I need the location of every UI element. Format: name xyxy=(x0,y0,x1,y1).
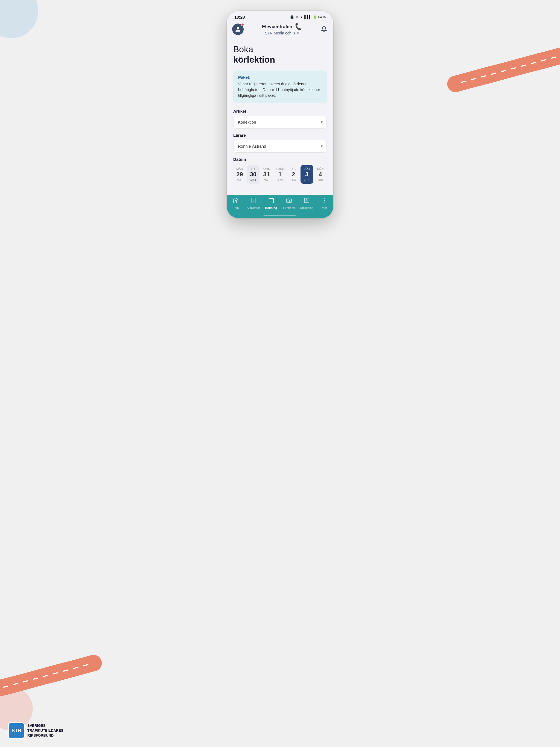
status-icons: 📳 ✳ ▲ ▌▌▌ 🔋 64 % xyxy=(290,15,326,19)
svg-point-0 xyxy=(237,27,239,29)
avatar-container[interactable] xyxy=(232,24,244,35)
date-month: JUN xyxy=(291,179,296,182)
larare-field-group: Lärare Ronnie Åstrand ▾ xyxy=(233,133,327,153)
date-col-ons[interactable]: ONS 31 MAJ xyxy=(260,165,273,184)
aktiviteter-nav-icon xyxy=(251,198,256,205)
title-bold: körlektion xyxy=(233,54,327,65)
ekonomi-nav-label: Ekonomi xyxy=(283,206,295,209)
nav-item-utbildning[interactable]: Utbildning xyxy=(298,198,315,209)
nav-brand: Elevcentralen 📞 xyxy=(262,23,302,30)
date-col-lör[interactable]: LÖR 3 JUN xyxy=(301,165,313,184)
larare-arrow-icon: ▾ xyxy=(321,144,323,148)
date-month: MAJ xyxy=(264,179,269,182)
aktiviteter-nav-label: Aktiviteter xyxy=(247,206,260,209)
notification-badge xyxy=(241,23,244,26)
svg-point-14 xyxy=(324,200,325,201)
date-number: 31 xyxy=(263,172,270,177)
nav-item-ekonomi[interactable]: Ekonomi xyxy=(280,198,298,209)
nav-item-aktiviteter[interactable]: Aktiviteter xyxy=(245,198,262,209)
date-col-tors[interactable]: TORS 1 JUN xyxy=(274,165,286,184)
battery-icon: 🔋 xyxy=(313,15,317,19)
subtitle-text: STR Media och IT xyxy=(265,31,296,35)
date-month: MAJ xyxy=(237,179,243,182)
bell-button[interactable] xyxy=(320,25,328,33)
date-col-fre[interactable]: FRE 2 JUN xyxy=(287,165,300,184)
date-day-name: TIS xyxy=(251,167,255,170)
date-number: 29 xyxy=(236,172,243,177)
date-col-sön[interactable]: SÖN 4 JUN xyxy=(314,165,327,184)
artikel-label: Artikel xyxy=(233,109,327,113)
top-nav: Elevcentralen 📞 STR Media och IT ▾ xyxy=(227,21,333,38)
larare-value: Ronnie Åstrand xyxy=(238,144,266,149)
bokning-nav-icon xyxy=(268,198,274,205)
wifi-icon: ▲ xyxy=(300,15,303,19)
brand-title: Elevcentralen xyxy=(262,24,292,29)
vibrate-icon: 📳 xyxy=(290,15,294,19)
nav-item-hem[interactable]: Hem xyxy=(227,198,245,209)
nav-item-mer[interactable]: Mer xyxy=(315,198,333,209)
date-month: JUN xyxy=(318,179,323,182)
artikel-select[interactable]: Körlektion ▾ xyxy=(233,115,327,129)
phone-frame: 13:28 📳 ✳ ▲ ▌▌▌ 🔋 64 % Elevcentralen 📞 xyxy=(227,11,333,218)
hem-nav-icon xyxy=(233,198,239,205)
hem-nav-label: Hem xyxy=(232,206,239,209)
str-logo-box: STR xyxy=(8,722,25,739)
battery-percent: 64 % xyxy=(318,15,326,19)
mer-nav-label: Mer xyxy=(322,206,327,209)
date-number: 30 xyxy=(250,172,256,177)
nav-subtitle[interactable]: STR Media och IT ▾ xyxy=(265,31,299,35)
larare-label: Lärare xyxy=(233,133,327,137)
svg-point-13 xyxy=(324,198,325,199)
date-grid: MÅN 29 MAJ TIS 30 MAJ ONS 31 MAJ TORS 1 … xyxy=(233,165,327,184)
mer-nav-icon xyxy=(322,198,328,205)
main-content: Boka körlektion Paket: Vi har registrera… xyxy=(227,38,333,195)
artikel-field-group: Artikel Körlektion ▾ xyxy=(233,109,327,129)
title-light: Boka xyxy=(233,44,327,54)
date-day-name: ONS xyxy=(263,167,270,170)
home-indicator-bar xyxy=(263,215,297,216)
bottom-nav: Hem Aktiviteter Bokning Ekonomi Utbildni… xyxy=(227,195,333,215)
phone-icon: 📞 xyxy=(294,22,303,31)
date-day-name: LÖR xyxy=(304,167,310,170)
date-col-mån[interactable]: MÅN 29 MAJ xyxy=(233,165,246,184)
utbildning-nav-icon xyxy=(304,198,310,205)
artikel-arrow-icon: ▾ xyxy=(321,120,323,124)
utbildning-nav-label: Utbildning xyxy=(300,206,313,209)
date-day-name: SÖN xyxy=(317,167,324,170)
info-box: Paket: Vi har registrerat paketet åt dig… xyxy=(233,71,327,103)
artikel-value: Körlektion xyxy=(238,120,256,124)
date-month: JUN xyxy=(304,179,309,182)
bg-circle-top xyxy=(0,0,38,38)
date-day-name: MÅN xyxy=(236,167,243,170)
date-day-name: TORS xyxy=(276,167,284,170)
larare-select[interactable]: Ronnie Åstrand ▾ xyxy=(233,140,327,153)
bokning-nav-label: Bokning xyxy=(265,206,277,209)
nav-item-bokning[interactable]: Bokning xyxy=(262,198,280,209)
date-month: MAJ xyxy=(251,179,256,182)
str-abbr: STR xyxy=(11,728,21,733)
status-time: 13:28 xyxy=(234,15,245,19)
bluetooth-icon: ✳ xyxy=(296,15,298,19)
signal-icon: ▌▌▌ xyxy=(304,15,311,19)
date-number: 2 xyxy=(292,172,295,177)
date-number: 4 xyxy=(319,172,322,177)
str-line2: TRAFIKUTBILDARES xyxy=(27,728,63,733)
svg-point-15 xyxy=(324,202,325,203)
home-indicator xyxy=(227,215,333,218)
datum-section: Datum MÅN 29 MAJ TIS 30 MAJ ONS 31 MAJ T… xyxy=(233,157,327,184)
road-stripe-top xyxy=(446,43,560,94)
date-day-name: FRE xyxy=(290,167,297,170)
datum-label: Datum xyxy=(233,157,327,162)
str-logo: STR SVERIGES TRAFIKUTBILDARES RIKSFÖRBUN… xyxy=(8,722,63,739)
status-bar: 13:28 📳 ✳ ▲ ▌▌▌ 🔋 64 % xyxy=(227,11,333,21)
str-line3: RIKSFÖRBUND xyxy=(27,733,63,738)
date-month: JUN xyxy=(277,179,282,182)
svg-rect-5 xyxy=(269,198,274,203)
ekonomi-nav-icon xyxy=(286,198,292,205)
larare-select-display[interactable]: Ronnie Åstrand xyxy=(233,140,327,152)
str-line1: SVERIGES xyxy=(27,723,63,728)
date-col-tis[interactable]: TIS 30 MAJ xyxy=(247,165,259,184)
artikel-select-display[interactable]: Körlektion xyxy=(233,116,327,128)
str-logo-text: SVERIGES TRAFIKUTBILDARES RIKSFÖRBUND xyxy=(27,723,63,738)
nav-center: Elevcentralen 📞 STR Media och IT ▾ xyxy=(262,23,302,35)
